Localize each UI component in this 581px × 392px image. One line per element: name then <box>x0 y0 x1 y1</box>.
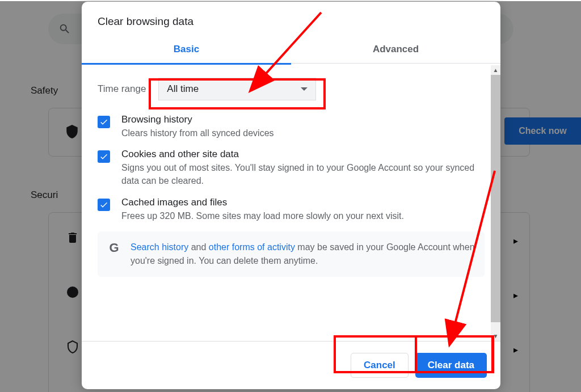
dialog-title: Clear browsing data <box>82 2 500 36</box>
search-history-link[interactable]: Search history <box>130 242 188 252</box>
chevron-right-icon: ▸ <box>513 290 518 301</box>
annotation-box-timerange <box>149 78 326 109</box>
option-title: Browsing history <box>121 114 274 125</box>
option-title: Cached images and files <box>121 197 404 208</box>
dialog-scrollbar[interactable]: ▲ ▼ <box>491 65 500 341</box>
option-desc: Frees up 320 MB. Some sites may load mor… <box>121 209 404 222</box>
safety-heading: Safety <box>31 85 58 96</box>
option-cache: Cached images and files Frees up 320 MB.… <box>98 197 485 222</box>
scrollbar-thumb[interactable] <box>491 75 500 322</box>
google-icon: G <box>107 241 121 255</box>
check-icon <box>99 200 108 209</box>
trash-icon <box>66 231 79 247</box>
cookie-icon <box>66 285 79 301</box>
checkbox-browsing-history[interactable] <box>98 116 110 128</box>
time-range-label: Time range <box>98 83 146 95</box>
tab-underline <box>82 63 291 65</box>
option-cookies: Cookies and other site data Signs you ou… <box>98 149 485 187</box>
svg-point-0 <box>67 286 78 298</box>
security-shield-icon <box>66 340 79 356</box>
clear-browsing-data-dialog: Clear browsing data Basic Advanced Time … <box>82 2 500 389</box>
dialog-tabs: Basic Advanced <box>82 36 500 64</box>
security-heading: Securi <box>31 189 58 201</box>
other-activity-link[interactable]: other forms of activity <box>209 242 295 252</box>
annotation-box-buttons <box>334 335 494 373</box>
option-browsing-history: Browsing history Clears history from all… <box>98 114 485 140</box>
check-icon <box>99 117 108 127</box>
search-icon <box>58 23 71 35</box>
checkbox-cache[interactable] <box>98 199 110 211</box>
shield-icon <box>65 124 79 141</box>
check-now-button: Check now <box>504 117 581 145</box>
check-icon <box>99 152 108 161</box>
tab-advanced[interactable]: Advanced <box>291 36 500 63</box>
checkbox-cookies[interactable] <box>98 150 110 163</box>
option-desc: Signs you out of most sites. You'll stay… <box>121 161 485 187</box>
chevron-right-icon: ▸ <box>513 235 518 246</box>
chevron-right-icon: ▸ <box>513 344 518 355</box>
option-desc: Clears history from all synced devices <box>121 127 274 140</box>
tab-basic[interactable]: Basic <box>82 36 291 63</box>
google-account-notice: G Search history and other forms of acti… <box>98 231 485 277</box>
scroll-up-icon[interactable]: ▲ <box>491 65 500 75</box>
notice-text: Search history and other forms of activi… <box>130 241 475 268</box>
option-title: Cookies and other site data <box>121 149 485 160</box>
